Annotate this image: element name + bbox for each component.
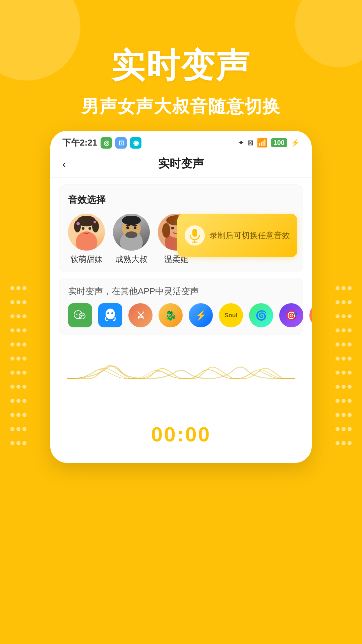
svg-point-22 xyxy=(171,227,174,229)
status-bar-right: ✦ ⊠ 📶 100 ⚡ xyxy=(238,138,300,148)
status-time: 下午2:21 xyxy=(62,137,97,149)
nav-bar: ‹ 实时变声 xyxy=(50,152,312,178)
dots-pattern-right xyxy=(335,285,353,454)
soul-label: Soul xyxy=(225,312,238,319)
voice-options-row: 软萌甜妹 xyxy=(68,214,294,265)
svg-point-5 xyxy=(82,227,84,230)
status-bar-left: 下午2:21 ◎ ⊡ ◉ xyxy=(62,137,141,149)
battery-indicator: 100 xyxy=(271,138,287,147)
svg-point-3 xyxy=(74,220,81,232)
svg-point-30 xyxy=(79,314,80,315)
svg-point-8 xyxy=(94,221,96,223)
apps-row: ⚔ 🐉 ⚡ Soul 🌀 🎯 🔥 🦊 🌸 ··· xyxy=(68,303,294,327)
nav-title: 实时变声 xyxy=(158,156,204,171)
voice-avatar-girl xyxy=(68,214,105,251)
back-button[interactable]: ‹ xyxy=(62,157,66,170)
apps-section-label: 实时变声，在其他APP中灵活变声 xyxy=(68,285,294,297)
app-icon-game3[interactable]: ⚡ xyxy=(189,303,213,327)
svg-line-16 xyxy=(132,225,137,226)
svg-point-14 xyxy=(134,226,136,229)
svg-point-33 xyxy=(106,309,115,319)
sub-title: 男声女声大叔音随意切换 xyxy=(0,95,362,118)
voice-item-girl[interactable]: 软萌甜妹 xyxy=(68,214,105,265)
mic-icon xyxy=(185,225,205,246)
svg-point-21 xyxy=(162,223,170,238)
app-icon-game6[interactable]: 🔥 xyxy=(309,303,312,327)
wifi-icon: 📶 xyxy=(257,138,267,148)
svg-point-6 xyxy=(88,227,91,230)
status-app-icon-1: ◎ xyxy=(101,137,112,149)
status-app-icon-3: ◉ xyxy=(130,137,141,149)
voice-label-uncle: 成熟大叔 xyxy=(115,254,147,265)
svg-line-15 xyxy=(126,225,130,226)
apps-section: 实时变声，在其他APP中灵活变声 xyxy=(59,278,303,335)
phone-mockup: 下午2:21 ◎ ⊡ ◉ ✦ ⊠ 📶 100 ⚡ ‹ 实时变声 音效选择 xyxy=(50,131,312,463)
charging-icon: ⚡ xyxy=(291,139,300,147)
sound-effects-title: 音效选择 xyxy=(68,194,294,206)
recording-hint-banner: 录制后可切换任意音效 xyxy=(177,214,297,257)
app-icon-qq[interactable] xyxy=(98,303,122,327)
svg-point-31 xyxy=(80,315,82,316)
app-icon-soul[interactable]: Soul xyxy=(219,303,243,327)
waveform-display xyxy=(59,345,303,412)
app-icon-game1[interactable]: ⚔ xyxy=(128,303,153,327)
svg-point-34 xyxy=(107,312,109,314)
waveform-svg xyxy=(59,348,303,409)
app-icon-game5[interactable]: 🎯 xyxy=(279,303,303,327)
voice-label-girl: 软萌甜妹 xyxy=(70,254,103,265)
svg-point-13 xyxy=(126,226,129,229)
voice-avatar-uncle xyxy=(113,214,150,251)
screen-record-icon: ⊠ xyxy=(247,139,253,147)
svg-point-12 xyxy=(125,231,137,238)
voice-item-uncle[interactable]: 成熟大叔 xyxy=(113,214,150,265)
timer-display: 00:00 xyxy=(50,422,312,446)
svg-point-35 xyxy=(111,312,113,314)
recording-hint-text: 录制后可切换任意音效 xyxy=(209,230,290,241)
svg-point-32 xyxy=(82,315,84,316)
sound-effects-card: 音效选择 xyxy=(59,184,303,272)
dots-pattern-left xyxy=(9,285,27,454)
svg-point-27 xyxy=(74,311,82,319)
svg-point-11 xyxy=(122,216,141,225)
status-bar: 下午2:21 ◎ ⊡ ◉ ✦ ⊠ 📶 100 ⚡ xyxy=(50,131,312,152)
app-icon-wechat[interactable] xyxy=(68,303,92,327)
bluetooth-icon: ✦ xyxy=(238,139,244,147)
app-icon-game2[interactable]: 🐉 xyxy=(159,303,183,327)
svg-point-29 xyxy=(76,314,77,315)
status-app-icon-2: ⊡ xyxy=(115,137,127,149)
svg-point-7 xyxy=(76,222,80,225)
app-icon-game4[interactable]: 🌀 xyxy=(249,303,273,327)
svg-rect-24 xyxy=(192,229,197,237)
